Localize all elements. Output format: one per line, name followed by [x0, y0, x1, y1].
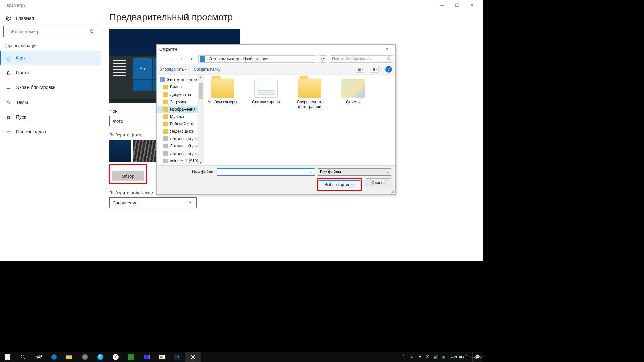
- window-title: Параметры: [3, 3, 26, 8]
- tree-item-label: Локальный диск: [170, 144, 200, 148]
- nav-icon: ▭: [5, 84, 11, 90]
- tree-item-label: Видео: [170, 85, 182, 89]
- sidebar-item-5[interactable]: ▭Панель задач: [0, 124, 101, 139]
- settings-search-input[interactable]: Найти параметр: [3, 26, 97, 37]
- search-placeholder: Найти параметр: [6, 29, 90, 34]
- file-item[interactable]: Альбом камеры: [206, 79, 239, 104]
- tree-item[interactable]: Видео: [157, 83, 203, 91]
- new-folder-button[interactable]: Создать папку: [194, 67, 220, 72]
- window-close-button[interactable]: ✕: [465, 0, 480, 10]
- photo-thumb[interactable]: [109, 140, 131, 162]
- tree-item[interactable]: Локальный диск: [157, 135, 203, 142]
- file-list[interactable]: Альбом камерыСнимки экранаСохраненные фо…: [204, 75, 395, 165]
- dialog-close-button[interactable]: ✕: [381, 46, 393, 53]
- scroll-thumb[interactable]: [199, 83, 203, 99]
- folder-icon: [163, 122, 168, 126]
- nav-icon: ▦: [5, 114, 11, 120]
- search-icon: [387, 57, 391, 61]
- folder-icon: [163, 136, 168, 141]
- folder-icon: [163, 144, 168, 148]
- nav-forward-button[interactable]: →: [168, 55, 177, 63]
- nav-icon: ✎: [5, 99, 11, 105]
- annotation-highlight: Выбор картинки: [317, 178, 362, 191]
- tree-item[interactable]: Локальный диск: [157, 142, 203, 150]
- window-minimize-button[interactable]: —: [434, 0, 449, 10]
- sidebar-item-1[interactable]: ◐Цвета: [0, 65, 101, 80]
- address-breadcrumb[interactable]: › Этот компьютер › Изображения › ⌄: [198, 55, 316, 63]
- tree-item[interactable]: Документы: [157, 91, 203, 98]
- file-label: Снимки экрана: [249, 100, 283, 104]
- folder-icon: [160, 77, 165, 82]
- nav-up-button[interactable]: ↑: [187, 55, 196, 63]
- sidebar-item-label: Экран блокировки: [16, 85, 56, 90]
- file-item[interactable]: Снимки экрана: [249, 79, 283, 104]
- annotation-highlight: Обзор: [109, 164, 147, 184]
- tree-item-label: Этот компьютер: [167, 77, 197, 82]
- tree-item-label: Изображения: [170, 107, 195, 112]
- sidebar-item-label: Фон: [16, 55, 25, 61]
- window-maximize-button[interactable]: ☐: [449, 0, 465, 10]
- tree-item[interactable]: Изображения: [157, 106, 203, 113]
- tree-item-label: Документы: [170, 92, 191, 97]
- folder-icon: [163, 100, 168, 104]
- svg-point-1: [90, 30, 93, 33]
- organize-menu[interactable]: Упорядочить ▾: [160, 67, 187, 72]
- filename-label: Имя файла:: [161, 170, 214, 174]
- chevron-down-icon: [190, 201, 193, 204]
- dialog-search-input[interactable]: Поиск: Изображения: [330, 55, 393, 63]
- sidebar-item-label: Панель задач: [16, 129, 46, 134]
- cancel-button[interactable]: Отмена: [366, 178, 391, 187]
- nav-recent-dropdown[interactable]: ▾: [177, 55, 186, 63]
- folder-icon: [254, 79, 278, 98]
- scroll-up-icon[interactable]: ▲: [198, 75, 203, 80]
- fit-combobox[interactable]: Заполнение: [109, 197, 197, 208]
- filename-input[interactable]: ⌄: [217, 168, 315, 176]
- tree-item[interactable]: Яндекс.Диск: [157, 128, 203, 135]
- scroll-down-icon[interactable]: ▼: [198, 160, 203, 165]
- sidebar-item-2[interactable]: ▭Экран блокировки: [0, 80, 101, 95]
- tree-item[interactable]: Этот компьютер: [157, 76, 203, 83]
- sidebar-item-3[interactable]: ✎Темы: [0, 95, 101, 110]
- dialog-title: Открытие: [159, 47, 381, 52]
- folder-icon: [341, 79, 365, 98]
- resize-grip[interactable]: ◢: [391, 190, 395, 194]
- file-item[interactable]: Сохраненные фотографии: [293, 79, 326, 109]
- settings-left-pane: Главная Найти параметр Персонализация ▧Ф…: [0, 10, 101, 261]
- home-link[interactable]: Главная: [0, 13, 101, 26]
- browse-button[interactable]: Обзор: [112, 171, 144, 181]
- open-button[interactable]: Выбор картинки: [319, 180, 360, 189]
- sidebar-item-label: Цвета: [16, 70, 29, 75]
- tree-item[interactable]: Музыка: [157, 113, 203, 120]
- tree-item[interactable]: Локальный диск: [157, 150, 203, 157]
- dialog-navbar: ← → ▾ ↑ › Этот компьютер › Изображения ›…: [157, 54, 395, 64]
- tree-scrollbar[interactable]: ▲ ▼: [198, 75, 203, 165]
- tree-item-label: Локальный диск: [170, 136, 200, 141]
- file-item[interactable]: Снимок: [336, 79, 370, 104]
- sidebar-item-label: Темы: [16, 100, 28, 105]
- view-mode-button[interactable]: ▦ ▾: [356, 66, 364, 73]
- dialog-toolbar: Упорядочить ▾ Создать папку ▦ ▾ ◧ ?: [157, 64, 395, 75]
- help-button[interactable]: ?: [385, 66, 392, 73]
- sidebar-item-4[interactable]: ▦Пуск: [0, 110, 101, 124]
- preview-pane-button[interactable]: ◧: [371, 66, 379, 73]
- gear-icon: [5, 15, 11, 21]
- refresh-button[interactable]: ⟳: [319, 55, 327, 63]
- nav-back-button[interactable]: ←: [159, 55, 167, 63]
- chevron-down-icon[interactable]: ⌄: [312, 57, 315, 61]
- folder-icon: [163, 85, 168, 89]
- tree-item[interactable]: Загрузки: [157, 98, 203, 106]
- nav-icon: ▭: [5, 129, 11, 135]
- photo-thumb[interactable]: [133, 140, 156, 162]
- computer-icon: [200, 56, 205, 62]
- tree-item[interactable]: Рабочий стол: [157, 120, 203, 128]
- sidebar-item-0[interactable]: ▧Фон: [0, 51, 101, 65]
- tree-item-label: volume_1 (\\192: [170, 159, 199, 163]
- folder-icon: [163, 114, 168, 119]
- folder-tree[interactable]: Этот компьютерВидеоДокументыЗагрузкиИзоб…: [157, 75, 204, 165]
- tree-item[interactable]: volume_1 (\\192: [157, 157, 203, 165]
- svg-point-2: [388, 58, 390, 60]
- filetype-combobox[interactable]: Все файлы⌄: [318, 168, 391, 176]
- crumb[interactable]: Изображения: [243, 57, 268, 61]
- crumb[interactable]: Этот компьютер: [209, 57, 239, 61]
- nav-icon: ▧: [5, 55, 11, 61]
